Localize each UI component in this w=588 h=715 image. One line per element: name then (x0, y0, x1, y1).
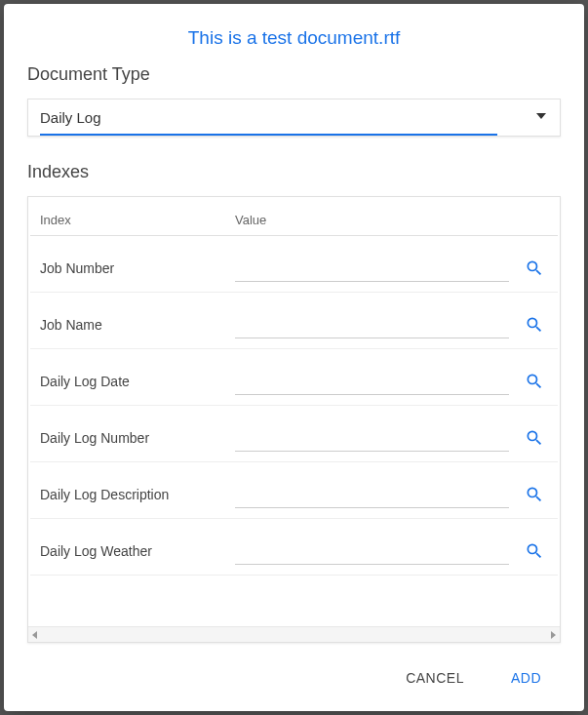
document-type-label: Document Type (27, 64, 561, 85)
dialog: This is a test document.rtf Document Typ… (4, 4, 584, 711)
index-value-input[interactable] (235, 481, 509, 508)
search-icon[interactable] (521, 485, 548, 504)
table-row: Job Number (30, 236, 558, 293)
cancel-button[interactable]: CANCEL (398, 664, 472, 692)
chevron-down-icon (536, 113, 546, 119)
document-title: This is a test document.rtf (27, 27, 561, 49)
index-value-input[interactable] (235, 537, 509, 565)
index-label: Daily Log Number (40, 430, 235, 446)
indexes-scroll-area[interactable]: Index Value Job Number Job Name Daily Lo… (28, 197, 560, 626)
index-value-input[interactable] (235, 255, 509, 282)
indexes-label: Indexes (27, 162, 561, 182)
index-label: Daily Log Weather (40, 543, 235, 559)
table-row: Daily Log Number (30, 406, 558, 462)
search-icon[interactable] (521, 258, 548, 278)
dialog-actions: CANCEL ADD (27, 645, 561, 695)
index-label: Daily Log Description (40, 487, 235, 502)
table-row: Daily Log Date (30, 349, 558, 406)
index-value-input[interactable] (235, 311, 509, 338)
index-value-input[interactable] (235, 424, 509, 452)
search-icon[interactable] (521, 541, 548, 561)
index-label: Daily Log Date (40, 374, 235, 389)
table-row: Daily Log Weather (30, 519, 558, 576)
horizontal-scrollbar[interactable] (28, 626, 560, 642)
search-icon[interactable] (521, 372, 548, 391)
index-value-input[interactable] (235, 368, 509, 395)
table-row: Daily Log Description (30, 462, 558, 519)
table-row: Job Name (30, 293, 558, 349)
add-button[interactable]: ADD (503, 664, 549, 692)
scroll-left-icon (32, 631, 37, 639)
column-header-index: Index (40, 213, 235, 227)
index-label: Job Number (40, 260, 235, 276)
indexes-panel: Index Value Job Number Job Name Daily Lo… (27, 196, 561, 643)
index-label: Job Name (40, 317, 235, 333)
search-icon[interactable] (521, 428, 548, 448)
scroll-right-icon (551, 631, 556, 639)
document-type-selected: Daily Log (40, 109, 101, 126)
search-icon[interactable] (521, 315, 548, 335)
table-header: Index Value (30, 203, 558, 236)
column-header-value: Value (235, 213, 548, 227)
document-type-select[interactable]: Daily Log (27, 99, 561, 137)
